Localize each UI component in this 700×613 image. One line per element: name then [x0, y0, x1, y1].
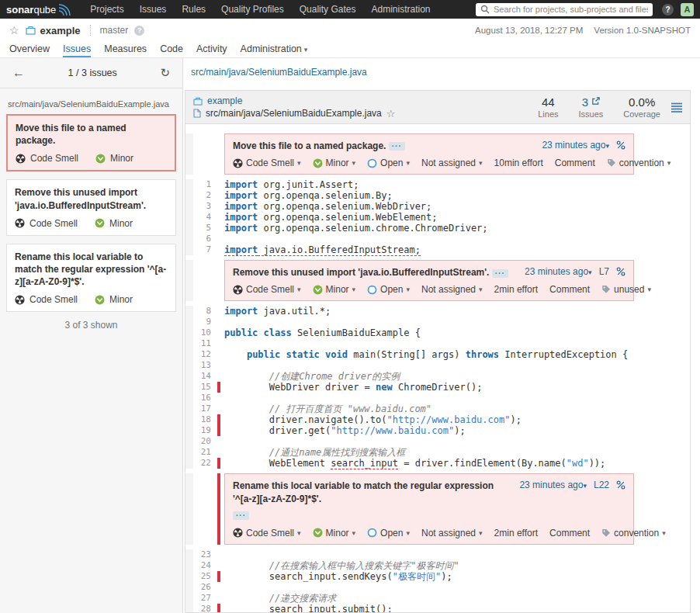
permalink-icon[interactable] — [616, 480, 625, 490]
line-number[interactable]: 27 — [193, 593, 215, 604]
permalink-icon[interactable] — [616, 267, 625, 276]
code-token: class — [264, 327, 292, 338]
reload-icon[interactable]: ↻ — [160, 66, 170, 80]
line-number[interactable]: 25 — [193, 571, 215, 582]
issue-type-dropdown[interactable]: Code Smell▾ — [233, 284, 301, 295]
sidebar-issue-card[interactable]: Remove this unused import 'java.io.Buffe… — [6, 179, 176, 235]
coverage-gutter — [215, 212, 224, 223]
sidebar-issue-card[interactable]: Rename this local variable to match the … — [6, 244, 176, 313]
issue-tags-dropdown[interactable]: unused▾ — [601, 284, 651, 295]
project-name[interactable]: example — [40, 25, 81, 36]
metric-value[interactable]: 3 — [579, 95, 604, 109]
tab-issues[interactable]: Issues — [63, 43, 91, 57]
issue-detail-ellipsis-button[interactable]: ··· — [492, 269, 508, 278]
file-card-project-link[interactable]: example — [207, 95, 242, 106]
issue-effort: 2min effort — [494, 284, 538, 295]
line-number[interactable]: 9 — [193, 317, 215, 327]
line-number[interactable]: 16 — [193, 393, 215, 403]
line-number[interactable]: 19 — [193, 425, 215, 436]
branch-help-icon[interactable]: ? — [134, 26, 144, 36]
issue-type-dropdown[interactable]: Code Smell▾ — [233, 158, 301, 168]
line-number[interactable]: 23 — [193, 549, 215, 560]
nav-item-quality-gates[interactable]: Quality Gates — [300, 4, 356, 15]
tab-measures[interactable]: Measures — [104, 43, 147, 57]
issue-line-ref[interactable]: L7 — [599, 266, 609, 277]
tab-activity[interactable]: Activity — [196, 43, 227, 57]
line-number[interactable]: 22 — [193, 458, 215, 469]
line-number[interactable]: 2 — [193, 190, 215, 201]
line-number[interactable]: 3 — [193, 201, 215, 212]
line-number[interactable]: 11 — [193, 338, 215, 349]
nav-item-quality-profiles[interactable]: Quality Profiles — [221, 4, 284, 15]
line-number[interactable]: 17 — [193, 403, 215, 414]
line-number[interactable]: 14 — [193, 371, 215, 382]
line-number[interactable]: 15 — [193, 382, 215, 393]
line-number[interactable]: 4 — [193, 212, 215, 223]
code-line-text: search_input.submit(); — [224, 604, 393, 613]
back-arrow-icon[interactable]: ← — [12, 66, 25, 80]
issue-assignee-dropdown[interactable]: Not assigned▾ — [421, 158, 483, 168]
issue-assignee-dropdown[interactable]: Not assigned▾ — [421, 528, 483, 539]
issue-type-dropdown[interactable]: Code Smell▾ — [233, 528, 301, 539]
issue-age-dropdown[interactable]: 23 minutes ago▾ — [519, 480, 587, 490]
issue-comment-button[interactable]: Comment — [549, 284, 590, 295]
line-number[interactable]: 12 — [193, 349, 215, 360]
nav-item-issues[interactable]: Issues — [140, 4, 167, 15]
line-number[interactable]: 13 — [193, 360, 215, 371]
issue-status-dropdown[interactable]: Open▾ — [367, 284, 410, 295]
line-number[interactable]: 7 — [193, 244, 215, 255]
file-menu-icon[interactable] — [671, 102, 682, 113]
line-number[interactable]: 28 — [193, 604, 215, 613]
issue-tags-dropdown[interactable]: convention▾ — [607, 158, 671, 168]
inline-issue-box[interactable]: Rename this local variable to match the … — [224, 473, 634, 544]
sonarqube-logo[interactable]: sonarqube — [6, 4, 73, 16]
user-avatar[interactable]: A — [681, 3, 694, 16]
nav-item-administration[interactable]: Administration — [371, 4, 430, 15]
issue-assignee-dropdown[interactable]: Not assigned▾ — [421, 284, 483, 295]
inline-issue-box[interactable]: Move this file to a named package. ···23… — [224, 133, 634, 175]
line-number[interactable]: 6 — [193, 234, 215, 244]
issue-comment-button[interactable]: Comment — [555, 158, 595, 168]
nav-item-rules[interactable]: Rules — [182, 4, 206, 15]
issue-detail-ellipsis-button[interactable]: ··· — [233, 511, 249, 520]
issue-status-dropdown[interactable]: Open▾ — [367, 528, 410, 539]
sidebar-issue-card[interactable]: Move this file to a named package.Code S… — [6, 114, 176, 171]
issue-status-dropdown-label: Open — [380, 284, 403, 295]
tab-administration[interactable]: Administration▾ — [241, 43, 308, 57]
permalink-icon[interactable] — [616, 140, 625, 150]
coverage-gutter — [215, 582, 224, 593]
nav-item-projects[interactable]: Projects — [90, 4, 123, 15]
issue-comment-button[interactable]: Comment — [549, 528, 590, 539]
line-number[interactable]: 1 — [193, 179, 215, 190]
issue-status-dropdown[interactable]: Open▾ — [367, 158, 410, 168]
breadcrumb-file-link[interactable]: src/main/java/SeleniumBaiduExample.java — [191, 67, 367, 78]
issue-age-dropdown[interactable]: 23 minutes ago▾ — [542, 140, 609, 151]
search-input[interactable] — [494, 5, 648, 14]
line-number[interactable]: 18 — [193, 414, 215, 425]
issue-line-ref[interactable]: L22 — [594, 480, 609, 490]
tab-code[interactable]: Code — [160, 43, 183, 57]
line-number[interactable]: 24 — [193, 560, 215, 571]
line-number[interactable]: 26 — [193, 582, 215, 593]
issue-severity-dropdown[interactable]: Minor▾ — [313, 528, 356, 539]
file-favorite-star-icon[interactable]: ☆ — [386, 108, 396, 119]
line-number[interactable]: 5 — [193, 223, 215, 234]
line-number[interactable]: 10 — [193, 327, 215, 338]
line-number[interactable]: 21 — [193, 447, 215, 458]
tab-overview[interactable]: Overview — [9, 43, 50, 57]
help-icon[interactable]: ? — [662, 4, 674, 16]
global-search[interactable] — [476, 3, 653, 16]
issue-age-dropdown[interactable]: 23 minutes ago▾ — [525, 266, 592, 277]
code-smell-icon — [15, 218, 25, 228]
issue-detail-ellipsis-button[interactable]: ··· — [389, 142, 405, 151]
line-number[interactable]: 8 — [193, 306, 215, 317]
issue-severity-dropdown[interactable]: Minor▾ — [313, 158, 356, 168]
coverage-gutter — [215, 371, 224, 382]
issue-severity-dropdown[interactable]: Minor▾ — [313, 284, 356, 295]
favorite-star-icon[interactable]: ☆ — [9, 24, 19, 36]
issue-tags-dropdown[interactable]: convention▾ — [601, 528, 666, 539]
line-number[interactable]: 20 — [193, 436, 215, 447]
issues-counter: 1 / 3 issues — [25, 68, 160, 78]
inline-issue-box[interactable]: Remove this unused import 'java.io.Buffe… — [224, 260, 634, 301]
coverage-gutter — [215, 260, 224, 301]
